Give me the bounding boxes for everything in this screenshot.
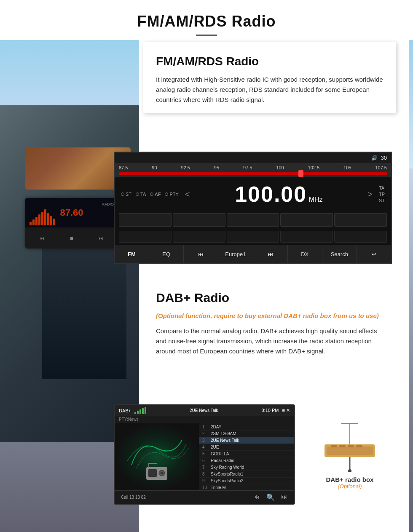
svg-rect-9 [327, 446, 373, 455]
radio-main-display: ST TA AF PTY < 100.00 [115, 177, 391, 211]
signal-bar-5 [145, 407, 146, 414]
freq-number: 100.00 [235, 182, 307, 206]
dab-signal [134, 407, 146, 414]
btn-search[interactable]: Search [322, 245, 357, 263]
freq-up-btn[interactable]: > [367, 190, 373, 199]
station-name-9: SkySportsRadio2 [211, 479, 243, 483]
dab-top-left: DAB+ [119, 407, 146, 414]
station-1[interactable]: 1 2DAY [199, 424, 294, 430]
btn-eq[interactable]: EQ [149, 245, 184, 263]
dab-section-body: Compare to the normal analog radio, DAB+… [156, 326, 384, 356]
page-wrapper: RADIO 87.60 ⏮ ◼ ⏭ FM/AM/RDS Radio FM/AM/… [0, 0, 413, 532]
opt-st-dot [121, 192, 124, 196]
preset-8[interactable] [227, 231, 279, 243]
station-9[interactable]: 9 SkySportsRadio2 [199, 478, 294, 484]
preset-3[interactable] [227, 213, 279, 227]
station-3[interactable]: 3 2UE News Talk [199, 437, 294, 444]
svg-rect-10 [331, 445, 337, 447]
freq-arrows-left: < [185, 190, 190, 199]
dab-box-label: DAB+ radio box [303, 476, 396, 483]
preset-10[interactable] [334, 231, 387, 243]
opt-pty[interactable]: PTY [165, 192, 178, 197]
freq-down-btn[interactable]: < [185, 190, 190, 199]
station-2[interactable]: 2 2SM 1269AM [199, 430, 294, 437]
svg-rect-5 [148, 463, 157, 464]
car-radio-display: RADIO 87.60 ⏮ ◼ ⏭ [25, 198, 118, 249]
station-name-3: 2UE News Talk [211, 438, 239, 443]
signal-bar-4 [142, 408, 144, 414]
btn-prev[interactable]: ⏮ [184, 245, 218, 263]
dab-call-text: Call 13 13 82 [121, 495, 146, 500]
preset-1[interactable] [119, 213, 172, 227]
preset-9[interactable] [280, 231, 333, 243]
btn-dx[interactable]: DX [288, 245, 322, 263]
fm-section-title: FM/AM/RDS Radio [156, 55, 384, 68]
station-num-10: 10 [202, 485, 209, 490]
opt-ta-dot [136, 192, 139, 196]
station-5[interactable]: 5 GORILLA [199, 451, 294, 457]
preset-grid-2 [115, 229, 391, 245]
station-name-2: 2SM 1269AM [211, 431, 236, 436]
preset-5[interactable] [334, 213, 387, 227]
freq-mhz: MHz [309, 196, 323, 203]
freq-97-5: 97.5 [243, 165, 252, 170]
opt-af[interactable]: AF [150, 192, 161, 197]
bar-5 [41, 212, 43, 225]
preset-7[interactable] [173, 231, 225, 243]
opt-tp-right[interactable]: TP [379, 192, 385, 197]
station-name-6: Radar Radio [211, 458, 234, 463]
fm-section-body: It integrated with High-Sensitive radio … [156, 75, 384, 105]
car-radio-control-1[interactable]: ⏮ [40, 236, 44, 241]
dab-next-btn[interactable]: ⏭ [281, 493, 288, 501]
dab-screenshot: DAB+ 2UE News Talk 8:10 PM ≡ ✕ PTY:New [114, 404, 295, 505]
car-radio-control-2[interactable]: ◼ [70, 236, 73, 241]
btn-europe1[interactable]: Europe1 [218, 245, 253, 263]
station-num-1: 1 [202, 425, 209, 429]
btn-next[interactable]: ⏭ [253, 245, 288, 263]
page-title: FM/AM/RDS Radio [8, 13, 405, 30]
freq-107-5: 107.5 [375, 165, 387, 170]
dab-top-center: 2UE News Talk [190, 408, 218, 413]
station-num-5: 5 [202, 452, 209, 456]
station-name-4: 2UE [211, 445, 219, 449]
station-10[interactable]: 10 Triple M [199, 484, 294, 490]
station-8[interactable]: 8 SkySportsRadio1 [199, 471, 294, 478]
btn-back[interactable]: ↩ [357, 245, 391, 263]
radio-top-bar: 🔊 30 [115, 152, 391, 163]
dab-menu-icon[interactable]: ≡ [282, 408, 285, 413]
btn-fm[interactable]: FM [115, 245, 149, 263]
volume-icon: 🔊 [371, 155, 378, 161]
opt-ta-right[interactable]: TA [379, 185, 385, 190]
opt-af-dot [150, 192, 153, 196]
station-num-3: 3 [202, 438, 209, 443]
frequency-slider-thumb[interactable] [298, 170, 303, 177]
dab-close-icon[interactable]: ✕ [286, 408, 290, 413]
freq-105: 105 [343, 165, 351, 170]
dab-box-section: DAB+ radio box (Optional) [303, 421, 396, 489]
station-num-9: 9 [202, 479, 209, 483]
signal-bar-3 [139, 409, 141, 414]
preset-6[interactable] [119, 231, 172, 243]
station-7[interactable]: 7 Sky Racing World [199, 464, 294, 471]
station-name-8: SkySportsRadio1 [211, 472, 243, 476]
frequency-slider-track[interactable] [119, 172, 387, 175]
car-radio-control-3[interactable]: ⏭ [99, 236, 103, 241]
opt-st[interactable]: ST [121, 192, 131, 197]
dab-search-btn[interactable]: 🔍 [266, 493, 275, 501]
station-4[interactable]: 4 2UE [199, 444, 294, 451]
preset-4[interactable] [280, 213, 333, 227]
bar-6 [44, 209, 46, 225]
dab-visual-area [115, 423, 199, 490]
station-6[interactable]: 6 Radar Radio [199, 457, 294, 464]
freq-92-5: 92.5 [181, 165, 190, 170]
dab-radio-svg [144, 461, 169, 482]
opt-st-right[interactable]: ST [379, 198, 385, 203]
station-num-6: 6 [202, 458, 209, 463]
preset-2[interactable] [173, 213, 225, 227]
freq-87-5: 87.5 [119, 165, 128, 170]
dab-section-title: DAB+ Radio [156, 291, 384, 305]
opt-ta[interactable]: TA [136, 192, 146, 197]
dab-prev-btn[interactable]: ⏮ [253, 493, 260, 501]
car-radio-bars [30, 209, 55, 225]
dab-box-visual [312, 421, 388, 472]
